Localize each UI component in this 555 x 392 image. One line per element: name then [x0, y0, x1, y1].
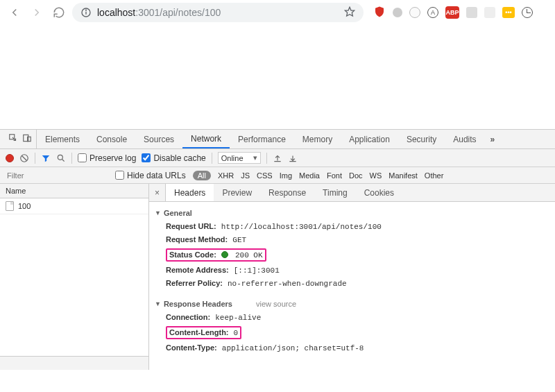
devtools-tab-bar: Elements Console Sources Network Perform…	[0, 130, 555, 149]
filter-toggle-icon[interactable]	[41, 153, 51, 163]
devtools-inspect-tools	[4, 130, 37, 148]
request-row-name: 100	[18, 202, 31, 210]
forward-button[interactable]	[28, 5, 46, 20]
extension-clock-icon[interactable]	[522, 7, 533, 18]
summary-bar	[0, 356, 148, 370]
devtools-panel: Elements Console Sources Network Perform…	[0, 129, 555, 370]
address-bar[interactable]: localhost:3001/api/notes/100	[72, 3, 364, 22]
preserve-log-checkbox[interactable]: Preserve log	[78, 153, 136, 163]
search-icon[interactable]	[56, 153, 66, 163]
headers-panel: ▼ General Request URL: http://localhost:…	[149, 202, 555, 366]
tab-security[interactable]: Security	[398, 130, 445, 148]
filter-type-js[interactable]: JS	[241, 171, 250, 180]
filter-type-font[interactable]: Font	[327, 171, 342, 180]
network-toolbar: Preserve log Disable cache Online▾	[0, 149, 555, 167]
section-general: ▼ General Request URL: http://localhost:…	[153, 206, 555, 290]
request-details: × Headers Preview Response Timing Cookie…	[149, 184, 555, 370]
tab-network[interactable]: Network	[182, 130, 230, 148]
import-har-icon[interactable]	[273, 153, 282, 163]
filter-input[interactable]	[4, 170, 108, 181]
tab-performance[interactable]: Performance	[230, 130, 294, 148]
kv-content-length: Content-Length: 0	[166, 324, 555, 341]
browser-toolbar: localhost:3001/api/notes/100 A ABP •••	[0, 0, 555, 25]
extension-dot-icon[interactable]	[393, 8, 402, 17]
page-content-blank	[0, 25, 555, 129]
filter-type-xhr[interactable]: XHR	[218, 171, 234, 180]
extension-circle-a-icon[interactable]: A	[427, 7, 438, 18]
tab-application[interactable]: Application	[341, 130, 398, 148]
request-row[interactable]: 100	[0, 198, 148, 214]
kv-content-type: Content-Type: application/json; charset=…	[166, 341, 555, 355]
extension-pattern-icon[interactable]	[484, 7, 495, 18]
status-dot-icon	[221, 251, 228, 258]
ublock-icon[interactable]	[373, 6, 386, 20]
hide-data-urls-checkbox[interactable]: Hide data URLs	[115, 171, 186, 180]
kv-referrer-policy: Referrer Policy: no-referrer-when-downgr…	[166, 277, 555, 290]
back-button[interactable]	[6, 5, 24, 20]
view-source-link[interactable]: view source	[256, 300, 296, 308]
section-response-headers: ▼ Response Headers view source Connectio…	[153, 297, 555, 355]
kv-request-url: Request URL: http://localhost:3001/api/n…	[166, 220, 555, 233]
tab-sources[interactable]: Sources	[135, 130, 182, 148]
tabs-overflow-icon[interactable]: »	[485, 135, 501, 144]
filter-type-ws[interactable]: WS	[370, 171, 382, 180]
extension-panda-icon[interactable]	[409, 7, 420, 18]
extension-yellow-icon[interactable]: •••	[502, 7, 515, 18]
column-name-header[interactable]: Name	[0, 184, 148, 198]
reload-button[interactable]	[50, 5, 68, 20]
filter-type-manifest[interactable]: Manifest	[388, 171, 418, 180]
close-details-button[interactable]: ×	[149, 184, 166, 201]
file-icon	[6, 201, 14, 211]
filter-type-doc[interactable]: Doc	[349, 171, 363, 180]
detail-tab-timing[interactable]: Timing	[314, 184, 356, 201]
filter-type-all[interactable]: All	[193, 171, 211, 180]
tab-audits[interactable]: Audits	[445, 130, 484, 148]
record-button[interactable]	[6, 154, 14, 162]
kv-remote-address: Remote Address: [::1]:3001	[166, 264, 555, 277]
disclosure-triangle-icon: ▼	[155, 210, 161, 216]
filter-type-img[interactable]: Img	[280, 171, 292, 180]
svg-line-8	[22, 155, 27, 160]
throttling-select[interactable]: Online▾	[218, 152, 261, 164]
network-body: Name 100 × Headers Preview Response Timi…	[0, 184, 555, 370]
section-response-title[interactable]: ▼ Response Headers view source	[153, 297, 555, 311]
tab-elements[interactable]: Elements	[37, 130, 88, 148]
svg-line-10	[62, 159, 65, 161]
detail-tab-preview[interactable]: Preview	[214, 184, 260, 201]
disclosure-triangle-icon: ▼	[155, 300, 161, 307]
highlight-content-length: Content-Length: 0	[166, 326, 241, 339]
bookmark-star-icon[interactable]	[344, 6, 355, 19]
network-filter-bar: Hide data URLs All XHR JS CSS Img Media …	[0, 167, 555, 184]
kv-request-method: Request Method: GET	[166, 233, 555, 246]
detail-tab-bar: × Headers Preview Response Timing Cookie…	[149, 184, 555, 202]
adblock-plus-icon[interactable]: ABP	[445, 6, 459, 19]
site-info-icon[interactable]	[80, 7, 92, 18]
highlight-status-code: Status Code: 200 OK	[166, 248, 266, 262]
filter-type-other[interactable]: Other	[425, 171, 444, 180]
svg-point-9	[58, 155, 62, 160]
tab-console[interactable]: Console	[88, 130, 135, 148]
section-general-title[interactable]: ▼ General	[153, 206, 555, 220]
export-har-icon[interactable]	[288, 153, 298, 163]
element-picker-icon[interactable]	[8, 133, 18, 145]
disable-cache-checkbox[interactable]: Disable cache	[142, 153, 205, 163]
clear-button[interactable]	[19, 153, 29, 163]
request-list: Name 100	[0, 184, 149, 370]
kv-connection: Connection: keep-alive	[166, 311, 555, 324]
extension-grey-icon[interactable]	[466, 7, 477, 18]
extensions-row: A ABP •••	[373, 6, 533, 20]
detail-tab-response[interactable]: Response	[260, 184, 314, 201]
svg-point-2	[86, 10, 87, 10]
detail-tab-headers[interactable]: Headers	[166, 184, 214, 201]
filter-type-media[interactable]: Media	[299, 171, 320, 180]
device-toggle-icon[interactable]	[22, 133, 32, 145]
tab-memory[interactable]: Memory	[294, 130, 341, 148]
detail-tab-cookies[interactable]: Cookies	[356, 184, 402, 201]
url-text: localhost:3001/api/notes/100	[97, 7, 221, 18]
kv-status-code: Status Code: 200 OK	[166, 246, 555, 264]
filter-type-css[interactable]: CSS	[257, 171, 273, 180]
svg-marker-3	[345, 7, 354, 16]
